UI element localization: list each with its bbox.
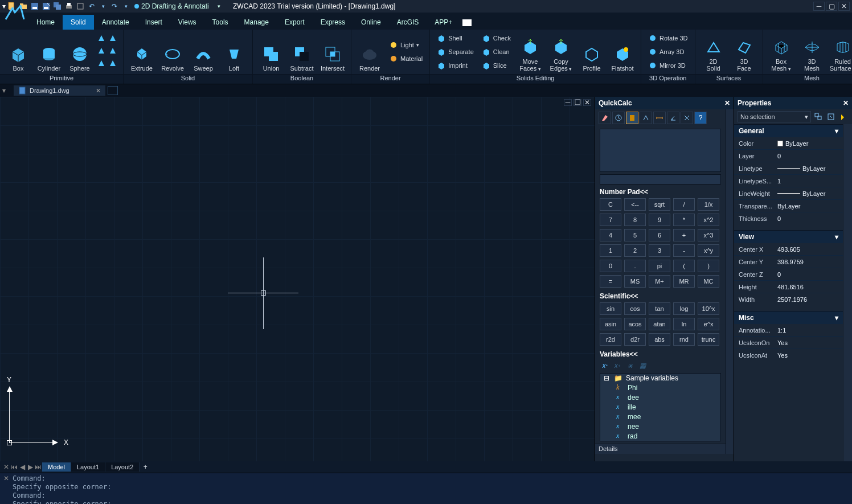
profile-button[interactable]: Profile <box>578 32 605 72</box>
calc-ex-button[interactable]: e^x <box>698 318 719 330</box>
calc-1-button[interactable]: 1 <box>600 244 621 257</box>
quickcalc-scrollbar[interactable] <box>726 109 734 454</box>
var-calc-button[interactable]: ▦ <box>637 360 648 371</box>
calc-r2d-button[interactable]: r2d <box>600 333 621 346</box>
qc-distance-button[interactable] <box>653 112 666 124</box>
flatshot-button[interactable]: Flatshot <box>609 32 636 72</box>
prop-height[interactable]: Height481.6516 <box>734 280 843 293</box>
calc-pi-button[interactable]: pi <box>649 260 670 272</box>
properties-header[interactable]: Properties ✕ <box>734 97 852 109</box>
document-tab-close-icon[interactable]: ✕ <box>96 87 101 95</box>
calc-x2-button[interactable]: x^2 <box>698 214 719 226</box>
prop-group-misc[interactable]: Misc▾ <box>734 311 843 323</box>
mirror-3d-button[interactable]: Mirror 3D <box>646 59 690 72</box>
qc-intersect-button[interactable] <box>681 112 693 124</box>
prop-width[interactable]: Width2507.1976 <box>734 293 843 305</box>
union-button[interactable]: Union <box>257 32 285 72</box>
var-vee[interactable]: xvee <box>600 441 720 441</box>
ruled-surface-button[interactable]: RuledSurface <box>829 32 853 72</box>
calc-C-button[interactable]: C <box>600 198 621 211</box>
workspace-selector[interactable]: 2D Drafting & Annotati ▾ <box>134 2 220 10</box>
calc--button[interactable]: + <box>673 229 695 241</box>
var-delete-button[interactable]: x̶ <box>625 360 635 371</box>
shell-button[interactable]: Shell <box>435 32 476 44</box>
cylinder-button[interactable]: Cylinder <box>35 32 63 72</box>
prop-transpare[interactable]: Transpare...ByLayer <box>734 199 843 212</box>
prop-thickness[interactable]: Thickness0 <box>734 212 843 224</box>
quickcalc-input[interactable] <box>600 174 721 185</box>
calc-MR-button[interactable]: MR <box>673 275 695 288</box>
prop-lineweight[interactable]: LineWeightByLayer <box>734 187 843 199</box>
calc-x3-button[interactable]: x^3 <box>698 229 719 241</box>
ribbon-tab-arcgis[interactable]: ArcGIS <box>389 15 427 30</box>
calc-MC-button[interactable]: MC <box>698 275 719 288</box>
prop-color[interactable]: ColorByLayer <box>734 137 843 149</box>
prop-group-general[interactable]: General▾ <box>734 124 843 137</box>
var-mee[interactable]: xmee <box>600 412 720 421</box>
qc-getcoord-button[interactable] <box>640 112 652 124</box>
polysolid-icon[interactable] <box>97 59 107 70</box>
canvas-close-button[interactable]: ✕ <box>583 99 591 106</box>
ribbon-tab-home[interactable]: Home <box>28 15 63 30</box>
doc-tabs-close-icon[interactable]: ▾ <box>2 87 10 95</box>
calc--button[interactable]: <-- <box>624 198 646 211</box>
pyramid-icon[interactable] <box>108 46 118 58</box>
properties-scrollbar[interactable] <box>844 124 852 461</box>
calc-xy-button[interactable]: x^y <box>698 244 719 257</box>
calc-d2r-button[interactable]: d2r <box>624 333 646 346</box>
undo-dd-icon[interactable]: ▾ <box>99 2 107 10</box>
3d-face-button[interactable]: 3DFace <box>731 32 758 72</box>
prop-linetype[interactable]: LinetypeByLayer <box>734 162 843 174</box>
tabs-close-icon[interactable]: ✕ <box>2 463 10 471</box>
quickcalc-header[interactable]: QuickCalc ✕ <box>595 97 734 109</box>
select-objects-button[interactable] <box>826 112 836 122</box>
prop-layer[interactable]: Layer0 <box>734 149 843 162</box>
drawing-canvas[interactable]: ─ ❐ ✕ X Y <box>0 97 595 461</box>
box-mesh-button[interactable]: BoxMesh <box>768 32 795 72</box>
saveas-icon[interactable] <box>42 2 50 10</box>
calc-1x-button[interactable]: 1/x <box>698 198 719 211</box>
prop-group-view[interactable]: View▾ <box>734 230 843 243</box>
calc--button[interactable]: = <box>600 275 621 288</box>
prop-centery[interactable]: Center Y398.9759 <box>734 255 843 268</box>
calc-8-button[interactable]: 8 <box>624 214 646 226</box>
calc--button[interactable]: * <box>673 214 695 226</box>
light-button[interactable]: Light <box>387 39 425 51</box>
calc-sin-button[interactable]: sin <box>600 302 621 315</box>
move-faces-button[interactable]: MoveFaces <box>517 32 544 72</box>
qc-angle-button[interactable] <box>667 112 679 124</box>
ribbon-tab-app+[interactable]: APP+ <box>427 15 460 30</box>
variables-tree[interactable]: ⊟📁Sample variableskPhixdeexillexmeexneex… <box>600 373 721 441</box>
var-rad[interactable]: xrad <box>600 431 720 441</box>
wedge-icon[interactable] <box>108 34 118 45</box>
clean-button[interactable]: Clean <box>480 46 513 58</box>
layout-tab-model[interactable]: Model <box>42 462 71 472</box>
tabs-first-button[interactable]: ⏮ <box>10 463 18 471</box>
save-icon[interactable] <box>31 2 39 10</box>
tabs-prev-button[interactable]: ◀ <box>18 463 26 471</box>
ribbon-tab-solid[interactable]: Solid <box>63 15 94 30</box>
minimize-button[interactable]: ─ <box>813 2 825 11</box>
ribbon-tab-online[interactable]: Online <box>353 15 389 30</box>
tabs-next-button[interactable]: ▶ <box>26 463 34 471</box>
calc--button[interactable]: ( <box>673 260 695 272</box>
var-nee[interactable]: xnee <box>600 421 720 431</box>
ribbon-tab-export[interactable]: Export <box>277 15 313 30</box>
print-icon[interactable] <box>65 2 73 10</box>
material-button[interactable]: Material <box>387 52 425 65</box>
quickcalc-details[interactable]: Details <box>595 444 726 454</box>
calc-M-button[interactable]: M+ <box>649 275 670 288</box>
calc-cos-button[interactable]: cos <box>624 302 646 315</box>
qc-help-button[interactable]: ? <box>694 112 707 124</box>
ribbon-tab-annotate[interactable]: Annotate <box>94 15 137 30</box>
prop-ucsiconat[interactable]: UcsIconAtYes <box>734 349 843 361</box>
check-button[interactable]: Check <box>480 32 513 44</box>
quickcalc-close-icon[interactable]: ✕ <box>724 99 730 107</box>
layout-tab-layout2[interactable]: Layout2 <box>105 462 140 472</box>
calc-4-button[interactable]: 4 <box>600 229 621 241</box>
calc-asin-button[interactable]: asin <box>600 318 621 330</box>
2d-solid-button[interactable]: 2DSolid <box>700 32 727 72</box>
sweep-button[interactable]: Sweep <box>190 32 217 72</box>
canvas-minimize-button[interactable]: ─ <box>564 99 572 106</box>
variables-title[interactable]: Variables<< <box>600 350 721 358</box>
